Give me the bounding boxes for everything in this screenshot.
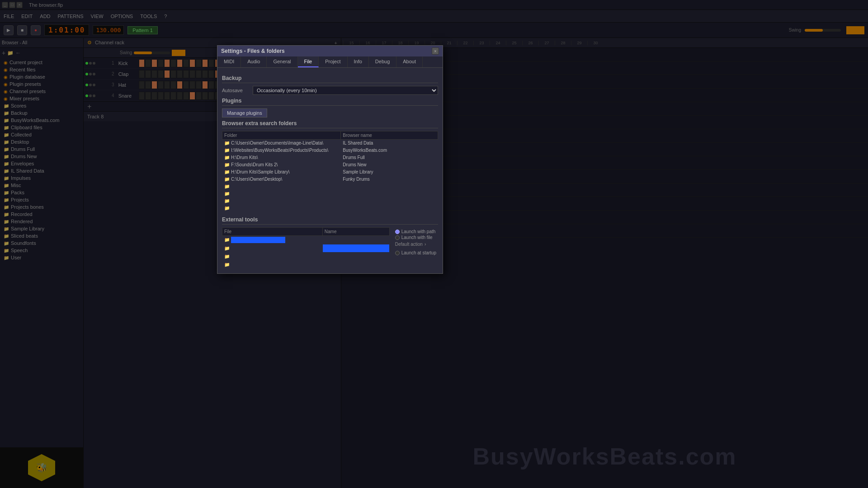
folder-name-1: BusyWorksBeats.com: [341, 147, 438, 154]
tool-row-2[interactable]: 📁: [222, 253, 390, 261]
folder-row-9[interactable]: 📁: [222, 205, 438, 212]
backup-section-header: Backup: [222, 75, 438, 83]
folder-name-4: Sample Library: [341, 169, 438, 176]
launch-file-label: Launch with file: [401, 235, 433, 240]
tool-file-3: 📁: [222, 261, 323, 269]
tool-selected-bar: [231, 237, 285, 243]
folder-name-0: IL Shared Data: [341, 140, 438, 147]
dialog-tab-debug[interactable]: Debug: [369, 56, 396, 67]
tool-name-0: [322, 236, 389, 244]
autosave-label: Autosave: [222, 88, 249, 93]
manage-plugins-btn[interactable]: Manage plugins: [222, 108, 267, 117]
tool-row-0[interactable]: 📁: [222, 236, 390, 244]
dialog-tab-about[interactable]: About: [396, 56, 423, 67]
file-col-header: File: [222, 228, 323, 236]
ext-tools-table: File Name 📁📁📁📁: [222, 227, 390, 269]
folder-row-3[interactable]: 📁F:\Sounds\Drum Kits 2\Drums New: [222, 161, 438, 169]
external-tools-area: File Name 📁📁📁📁 Launch with path: [222, 227, 438, 269]
folder-path-4: 📁H:\Drum Kits\Sample Library\: [222, 169, 341, 176]
folder-icon-sm-3: 📁: [224, 162, 230, 167]
dialog-tab-info[interactable]: Info: [348, 56, 369, 67]
dialog-tabs: MIDIAudioGeneralFileProjectInfoDebugAbou…: [217, 56, 443, 68]
folder-path-1: 📁I:\Websites\BusyWorksBeats\Products\Pro…: [222, 147, 341, 154]
launch-path-row[interactable]: Launch with path: [395, 229, 436, 234]
folder-icon-sm-2: 📁: [224, 155, 230, 160]
dialog-tab-midi[interactable]: MIDI: [217, 56, 241, 67]
folder-row-8[interactable]: 📁: [222, 197, 438, 205]
default-action-row: Default action ›: [395, 241, 436, 248]
default-action-label: Default action: [395, 242, 423, 247]
tool-name-1: [322, 244, 389, 253]
folder-row-5[interactable]: 📁C:\Users\Owner\Desktop\Funky Drums: [222, 176, 438, 183]
dialog-tab-project[interactable]: Project: [319, 56, 347, 67]
dialog-title-bar: Settings - Files & folders ×: [217, 46, 443, 56]
folder-row-2[interactable]: 📁H:\Drum Kits\Drums Full: [222, 154, 438, 161]
folder-icon-sm-0: 📁: [224, 141, 230, 145]
tool-name-3: [322, 261, 389, 269]
tool-folder-icon-0: 📁: [224, 237, 230, 242]
tool-file-1: 📁: [222, 244, 323, 253]
folder-col-header: Folder: [222, 131, 341, 140]
dialog-title: Settings - Files & folders: [221, 48, 285, 54]
folder-name-3: Drums New: [341, 161, 438, 169]
folder-name-8: [341, 197, 438, 205]
name-col-header: Name: [322, 228, 389, 236]
launch-path-radio[interactable]: [395, 230, 400, 234]
folder-row-0[interactable]: 📁C:\Users\Owner\Documents\Image-Line\Dat…: [222, 140, 438, 147]
launch-startup-radio[interactable]: [395, 251, 400, 255]
launch-startup-row[interactable]: Launch at startup: [395, 250, 436, 255]
external-tools-header: External tools: [222, 216, 438, 225]
tool-row-3[interactable]: 📁: [222, 261, 390, 269]
folder-path-0: 📁C:\Users\Owner\Documents\Image-Line\Dat…: [222, 140, 341, 147]
folder-row-1[interactable]: 📁I:\Websites\BusyWorksBeats\Products\Pro…: [222, 147, 438, 154]
launch-file-radio[interactable]: [395, 235, 400, 240]
launch-startup-label: Launch at startup: [401, 250, 436, 255]
folder-name-5: Funky Drums: [341, 176, 438, 183]
manage-plugins-row: Manage plugins: [222, 108, 438, 117]
folder-name-7: [341, 190, 438, 197]
tool-file-2: 📁: [222, 253, 323, 261]
tool-folder-icon-3: 📁: [224, 262, 230, 267]
autosave-select[interactable]: Occasionally (every 10min): [253, 86, 438, 95]
folder-path-6: 📁: [222, 183, 341, 190]
dialog-tab-general[interactable]: General: [267, 56, 297, 67]
tool-name-2: [322, 253, 389, 261]
folder-icon-empty-8: 📁: [224, 198, 230, 203]
dialog-overlay: Settings - Files & folders × MIDIAudioGe…: [0, 0, 868, 488]
folder-icon-sm-1: 📁: [224, 148, 230, 153]
tool-row-1[interactable]: 📁: [222, 244, 390, 253]
folder-name-9: [341, 205, 438, 212]
folder-name-2: Drums Full: [341, 154, 438, 161]
folder-icon-sm-4: 📁: [224, 169, 230, 174]
folder-row-6[interactable]: 📁: [222, 183, 438, 190]
default-action-arrow: ›: [425, 242, 426, 247]
app-background: _ □ × The browser.flp FILE EDIT ADD PATT…: [0, 0, 868, 488]
tool-file-0: 📁: [222, 236, 323, 244]
folder-icon-empty-6: 📁: [224, 184, 230, 189]
browser-folders-table: Folder Browser name 📁C:\Users\Owner\Docu…: [222, 131, 438, 212]
settings-dialog: Settings - Files & folders × MIDIAudioGe…: [217, 45, 443, 274]
browser-folders-header: Browser extra search folders: [222, 120, 438, 128]
folder-row-7[interactable]: 📁: [222, 190, 438, 197]
launch-path-label: Launch with path: [401, 229, 436, 234]
dialog-close-btn[interactable]: ×: [432, 47, 439, 55]
folder-path-2: 📁H:\Drum Kits\: [222, 154, 341, 161]
folder-icon-sm-5: 📁: [224, 177, 230, 182]
launch-options: Launch with path Launch with file Defaul…: [393, 227, 438, 269]
folder-row-4[interactable]: 📁H:\Drum Kits\Sample Library\Sample Libr…: [222, 169, 438, 176]
folder-icon-empty-9: 📁: [224, 206, 230, 211]
folder-path-3: 📁F:\Sounds\Drum Kits 2\: [222, 161, 341, 169]
dialog-tab-audio[interactable]: Audio: [241, 56, 267, 67]
folder-path-5: 📁C:\Users\Owner\Desktop\: [222, 176, 341, 183]
tool-folder-icon-1: 📁: [224, 246, 230, 251]
dialog-body: Backup Autosave Occasionally (every 10mi…: [217, 68, 443, 273]
launch-file-row[interactable]: Launch with file: [395, 235, 436, 240]
folder-path-7: 📁: [222, 190, 341, 197]
plugins-section-header: Plugins: [222, 98, 438, 106]
folder-path-8: 📁: [222, 197, 341, 205]
autosave-row: Autosave Occasionally (every 10min): [222, 86, 438, 95]
dialog-tab-file[interactable]: File: [298, 56, 319, 67]
tool-folder-icon-2: 📁: [224, 254, 230, 259]
folder-path-9: 📁: [222, 205, 341, 212]
browser-name-col-header: Browser name: [341, 131, 438, 140]
